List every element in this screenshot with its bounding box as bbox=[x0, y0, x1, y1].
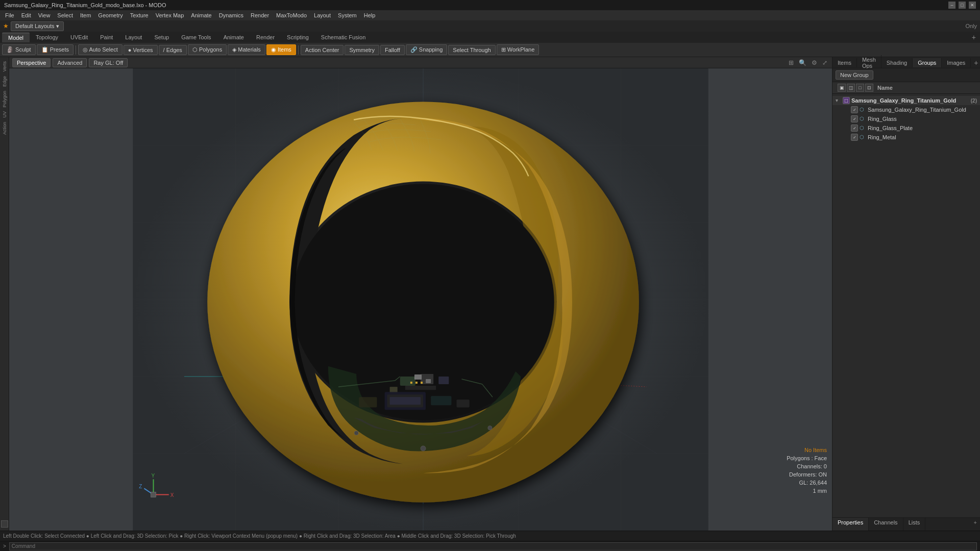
menu-item-texture[interactable]: Texture bbox=[127, 11, 152, 19]
group-icon-4[interactable]: ⊡ bbox=[865, 84, 873, 92]
vp-grid-icon[interactable]: ⊞ bbox=[787, 59, 795, 67]
advanced-tab[interactable]: Advanced bbox=[53, 58, 87, 67]
symmetry-btn[interactable]: Symmetry bbox=[345, 45, 379, 55]
tree-child-1[interactable]: ✓ ⬡ Samsung_Galaxy_Ring_Titanium_Gold bbox=[832, 105, 980, 114]
right-panel-add-button[interactable]: + bbox=[971, 58, 980, 68]
mode-tab-paint[interactable]: Paint bbox=[94, 33, 119, 42]
right-panel-tab-items[interactable]: Items bbox=[832, 58, 857, 67]
sidebar-toggle-btn[interactable] bbox=[1, 520, 8, 528]
tree-child-vis-3[interactable]: ✓ bbox=[851, 124, 858, 132]
svg-rect-43 bbox=[390, 397, 421, 405]
mode-tab-topology[interactable]: Topology bbox=[30, 33, 64, 42]
viewport-area[interactable]: Perspective Advanced Ray GL: Off ⊞ 🔍 ⚙ ⤢ bbox=[9, 57, 832, 531]
right-panel-tab-mesh-ops[interactable]: Mesh Ops bbox=[857, 55, 881, 70]
scene-tree: ▾ ⬚ Samsung_Galaxy_Ring_Titanium_Gold (2… bbox=[832, 94, 980, 144]
sculpt-btn[interactable]: 🗿 Sculpt bbox=[2, 44, 36, 55]
menu-item-animate[interactable]: Animate bbox=[188, 11, 214, 19]
menu-item-view[interactable]: View bbox=[35, 11, 54, 19]
vp-expand-icon[interactable]: ⤢ bbox=[821, 59, 829, 67]
svg-text:Y: Y bbox=[152, 473, 155, 479]
mode-tab-setup[interactable]: Setup bbox=[148, 33, 175, 42]
bottom-panel-add-button[interactable]: + bbox=[971, 518, 980, 531]
bottom-panel-tab-lists[interactable]: Lists bbox=[903, 518, 926, 531]
command-input[interactable] bbox=[9, 542, 977, 550]
group-icon-2[interactable]: ◫ bbox=[847, 84, 855, 92]
group-icon-1[interactable]: ▣ bbox=[838, 84, 846, 92]
menu-item-file[interactable]: File bbox=[2, 11, 17, 19]
select-through-btn[interactable]: Select Through bbox=[448, 45, 495, 55]
vp-settings-icon[interactable]: ⚙ bbox=[810, 59, 819, 67]
menu-item-item[interactable]: Item bbox=[77, 11, 94, 19]
channels-info: Channels: 0 bbox=[787, 462, 827, 470]
tree-child-2[interactable]: ✓ ⬡ Ring_Glass bbox=[832, 114, 980, 123]
mode-tab-game-tools[interactable]: Game Tools bbox=[175, 33, 217, 42]
mode-tab-scripting[interactable]: Scripting bbox=[281, 33, 315, 42]
sidebar-action-label[interactable]: Action bbox=[2, 120, 7, 137]
mode-tab-render[interactable]: Render bbox=[250, 33, 281, 42]
menu-item-help[interactable]: Help bbox=[361, 11, 379, 19]
right-panel-tabs: ItemsMesh OpsShadingGroupsImages+ bbox=[832, 57, 980, 68]
sidebar-edge-label[interactable]: Edge bbox=[2, 74, 7, 89]
vp-zoom-icon[interactable]: 🔍 bbox=[797, 59, 808, 67]
svg-rect-27 bbox=[400, 377, 415, 386]
falloff-btn[interactable]: Falloff bbox=[380, 45, 405, 55]
groups-panel: New Group ▣ ◫ □ ⊡ Name ▾ ⬚ Samsung_Galax… bbox=[832, 68, 980, 517]
tree-child-vis-4[interactable]: ✓ bbox=[851, 134, 858, 141]
tree-vis-icon[interactable]: ⬚ bbox=[843, 97, 850, 104]
group-icon-3[interactable]: □ bbox=[856, 84, 864, 92]
tool-separator bbox=[76, 45, 76, 55]
new-group-button[interactable]: New Group bbox=[836, 70, 873, 80]
add-mode-tab-button[interactable]: + bbox=[970, 33, 978, 41]
workplane-btn[interactable]: ⊞ WorkPlane bbox=[497, 44, 540, 55]
vertices-btn[interactable]: ● Vertices bbox=[124, 45, 158, 55]
ray-gl-tab[interactable]: Ray GL: Off bbox=[89, 58, 128, 67]
action-center-btn[interactable]: Action Center bbox=[301, 45, 344, 55]
auto-select-btn[interactable]: ◎ Auto Select bbox=[78, 44, 122, 55]
mode-tab-schematic-fusion[interactable]: Schematic Fusion bbox=[315, 33, 372, 42]
perspective-tab[interactable]: Perspective bbox=[12, 58, 51, 67]
mode-tab-animate[interactable]: Animate bbox=[217, 33, 250, 42]
presets-btn[interactable]: 📋 Presets bbox=[37, 44, 74, 55]
menu-item-vertex map[interactable]: Vertex Map bbox=[153, 11, 187, 19]
groups-toolbar: New Group bbox=[832, 68, 980, 82]
bottom-panel-tab-properties[interactable]: Properties bbox=[832, 518, 869, 531]
right-panel-tab-groups[interactable]: Groups bbox=[913, 58, 942, 67]
viewport-canvas[interactable]: X Y Z No Items Polygons : Face Channels:… bbox=[9, 68, 832, 531]
menu-item-select[interactable]: Select bbox=[54, 11, 76, 19]
tree-root-item[interactable]: ▾ ⬚ Samsung_Galaxy_Ring_Titanium_Gold (2… bbox=[832, 96, 980, 105]
tree-child-vis-2[interactable]: ✓ bbox=[851, 115, 858, 122]
bottom-panel-tab-channels[interactable]: Channels bbox=[869, 518, 903, 531]
tree-child-vis-1[interactable]: ✓ bbox=[851, 106, 858, 113]
mode-tab-uvedit[interactable]: UVEdit bbox=[64, 33, 94, 42]
tree-child-4[interactable]: ✓ ⬡ Ring_Metal bbox=[832, 133, 980, 142]
menu-item-system[interactable]: System bbox=[335, 11, 360, 19]
polygons-btn[interactable]: ⬡ Polygons bbox=[188, 44, 227, 55]
vp-controls-right: ⊞ 🔍 ⚙ ⤢ bbox=[787, 59, 829, 67]
right-panel-tab-shading[interactable]: Shading bbox=[881, 58, 913, 67]
menu-item-render[interactable]: Render bbox=[248, 11, 272, 19]
sidebar-verts-label[interactable]: Verts bbox=[2, 59, 7, 74]
bottom-right-panels: PropertiesChannelsLists+ bbox=[832, 517, 980, 531]
svg-point-47 bbox=[354, 431, 358, 435]
close-button[interactable]: ✕ bbox=[969, 2, 976, 9]
mode-tab-model[interactable]: Model bbox=[2, 33, 30, 42]
menu-item-geometry[interactable]: Geometry bbox=[95, 11, 126, 19]
menu-item-edit[interactable]: Edit bbox=[18, 11, 34, 19]
mode-tab-layout[interactable]: Layout bbox=[119, 33, 148, 42]
snapping-btn[interactable]: 🔗 Snapping bbox=[406, 44, 448, 55]
right-panel-tab-images[interactable]: Images bbox=[942, 58, 971, 67]
menu-item-maxtomodo[interactable]: MaxToModo bbox=[273, 11, 310, 19]
minimize-button[interactable]: – bbox=[948, 2, 955, 9]
sidebar-uv-label[interactable]: UV bbox=[2, 109, 7, 120]
sidebar-polygon-label[interactable]: Polygon bbox=[2, 89, 7, 110]
materials-btn[interactable]: ◈ Materials bbox=[228, 44, 265, 55]
menu-item-layout[interactable]: Layout bbox=[311, 11, 334, 19]
default-layouts-button[interactable]: Default Layouts ▾ bbox=[11, 21, 64, 31]
menu-item-dynamics[interactable]: Dynamics bbox=[216, 11, 247, 19]
deformers-info: Deformers: ON bbox=[787, 470, 827, 479]
svg-rect-45 bbox=[431, 396, 451, 405]
maximize-button[interactable]: □ bbox=[959, 2, 966, 9]
items-btn[interactable]: ◉ Items bbox=[266, 44, 296, 55]
tree-child-3[interactable]: ✓ ⬡ Ring_Glass_Plate bbox=[832, 123, 980, 133]
edges-btn[interactable]: / Edges bbox=[159, 45, 187, 55]
